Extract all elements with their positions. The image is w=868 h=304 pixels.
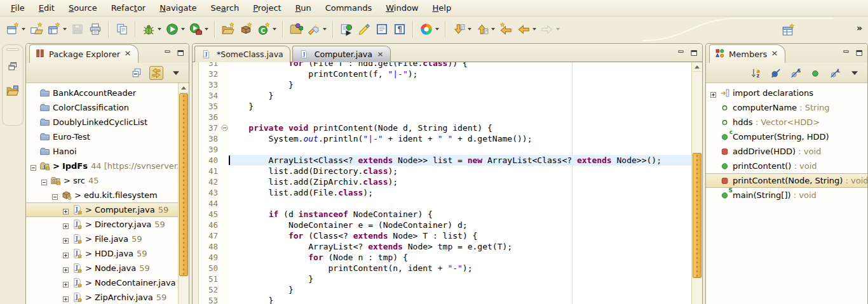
code-text[interactable]: for (Node n : tmp) { (229, 252, 691, 263)
code-line[interactable]: 50 printContent(n, ident + "-"); (193, 263, 691, 274)
code-line[interactable]: 31 for (File f : hdd.get(File.class)) { (193, 62, 691, 69)
view-tab-members[interactable]: Members (709, 44, 785, 63)
minus-expander-icon[interactable] (52, 192, 58, 198)
close-icon[interactable] (124, 50, 132, 59)
menu-commands[interactable]: Commands (318, 1, 379, 15)
tree-item[interactable]: J>HDD.java59 (26, 246, 178, 261)
code-line[interactable]: 45 if (d instanceof NodeContainer) { (193, 209, 691, 220)
code-text[interactable]: for (File f : hdd.get(File.class)) { (229, 62, 691, 69)
plus-expander-icon[interactable] (710, 90, 716, 96)
code-text[interactable]: ArrayList<? extends Node> tmp = e.get(T)… (229, 241, 691, 252)
code-text[interactable]: list.add(Directory.class); (229, 166, 691, 176)
dropdown-arrow-icon[interactable] (532, 28, 536, 30)
menu-refactor[interactable]: Refactor (104, 1, 153, 15)
code-text[interactable] (229, 112, 691, 122)
member-item[interactable]: Smain(String[]) : void (706, 188, 867, 202)
save-button[interactable] (69, 21, 86, 37)
dropdown-arrow-icon[interactable] (63, 28, 67, 30)
tree-item[interactable]: J>IpdFs44 [https://svnserver.i (26, 159, 178, 173)
minus-expander-icon[interactable] (41, 178, 47, 183)
hide-fields-button[interactable] (769, 66, 783, 80)
code-line[interactable]: 39 (193, 144, 691, 155)
code-line[interactable]: 46 NodeContainer e = (NodeContainer) d; (193, 220, 691, 230)
code-text[interactable]: NodeContainer e = (NodeContainer) d; (229, 220, 691, 230)
code-line[interactable]: 43 list.add(File.class); (193, 187, 691, 198)
tree-item[interactable]: J>NodeContainer.java59 (26, 275, 178, 290)
code-text[interactable]: } (229, 295, 691, 304)
view-menu-button[interactable] (169, 66, 183, 80)
collapse-all-button[interactable] (130, 66, 144, 80)
member-item[interactable]: computerName : String (706, 100, 867, 115)
sort-button[interactable]: az (749, 66, 763, 80)
plus-expander-icon[interactable] (63, 280, 69, 286)
menu-search[interactable]: Search (204, 1, 247, 15)
code-text[interactable]: } (229, 79, 691, 90)
member-item[interactable]: printContent(Node, String) : void (706, 173, 867, 188)
show-public-button[interactable] (808, 66, 822, 80)
code-text[interactable]: } (229, 274, 691, 284)
prev-annotation-button[interactable] (473, 21, 497, 37)
tree-item[interactable]: ColorClassification (26, 100, 178, 115)
code-line[interactable]: 47 for (Class<? extends Node> T : list) … (193, 230, 691, 241)
plus-expander-icon[interactable] (63, 221, 69, 227)
forward-button[interactable] (538, 21, 562, 37)
code-line[interactable]: 48 ArrayList<? extends Node> tmp = e.get… (193, 241, 691, 252)
code-line[interactable]: 51 } (193, 274, 691, 284)
menu-file[interactable]: File (4, 1, 32, 15)
plus-expander-icon[interactable] (63, 294, 69, 300)
menu-edit[interactable]: Edit (32, 1, 62, 15)
tree-item[interactable]: Euro-Test (26, 129, 178, 144)
maximize-button[interactable] (177, 48, 185, 60)
menu-help[interactable]: Help (426, 1, 459, 15)
code-text[interactable]: System.out.println("|-" + ident + " " + … (229, 133, 691, 144)
menu-window[interactable]: Window (379, 1, 425, 15)
maximize-button[interactable] (855, 48, 864, 60)
run-last-button[interactable] (337, 21, 355, 37)
hide-static-button[interactable]: S (789, 66, 803, 80)
scrollbar-thumb[interactable] (693, 153, 702, 278)
show-source-button[interactable] (373, 21, 391, 37)
code-line[interactable]: 41 list.add(Directory.class); (193, 166, 691, 176)
tree-item[interactable]: BankAccountReader (26, 86, 178, 100)
code-text[interactable]: if (d instanceof NodeContainer) { (229, 209, 691, 220)
code-line[interactable]: 40 ArrayList<Class<? extends Node>> list… (193, 155, 691, 166)
dropdown-arrow-icon[interactable] (556, 28, 560, 30)
code-text[interactable]: private void printContent(Node d, String… (229, 122, 691, 133)
code-line[interactable]: 34 } (193, 90, 691, 101)
close-icon[interactable] (771, 50, 778, 59)
code-text[interactable]: printContent(f, "|-"); (229, 69, 691, 79)
code-text[interactable]: } (229, 101, 691, 112)
tree-item[interactable]: J>Node.java59 (26, 261, 178, 275)
code-line[interactable]: 32 printContent(f, "|-"); (193, 69, 691, 79)
plus-expander-icon[interactable] (63, 251, 69, 256)
menu-run[interactable]: Run (288, 1, 318, 15)
minus-expander-icon[interactable] (31, 163, 36, 169)
new-class-button[interactable]: C (255, 21, 278, 37)
tree-item[interactable]: J>ZipArchiv.java59 (26, 290, 178, 304)
new-java-project-button[interactable] (219, 21, 237, 37)
dropdown-arrow-icon[interactable] (435, 28, 439, 30)
view-tab-package-explorer[interactable]: Package Explorer (29, 44, 139, 63)
code-text[interactable]: } (229, 284, 691, 295)
code-text[interactable]: } (229, 90, 691, 101)
new-view-button[interactable] (45, 21, 69, 37)
tree-item[interactable]: >src45 (26, 173, 178, 188)
member-item[interactable]: import declarations (706, 86, 867, 100)
tree-item[interactable]: J>File.java59 (26, 232, 178, 246)
show-whitespace-button[interactable]: ¶ (391, 21, 409, 37)
maximize-button[interactable] (690, 48, 698, 60)
open-java-perspective-icon[interactable] (6, 84, 20, 100)
dropdown-arrow-icon[interactable] (22, 28, 25, 30)
code-text[interactable]: list.add(File.class); (229, 187, 691, 198)
copy-view-button[interactable] (113, 21, 131, 37)
tree-item[interactable]: J>Computer.java59 (26, 202, 178, 217)
member-item[interactable]: printContent() : void (706, 159, 867, 173)
fold-collapse-icon[interactable] (220, 122, 229, 133)
code-line[interactable]: 53 } (193, 295, 691, 304)
tree-item[interactable]: Hanoi (26, 144, 178, 159)
editor-scrollbar[interactable] (691, 62, 702, 304)
code-line[interactable]: 42 list.add(ZipArchiv.class); (193, 176, 691, 187)
code-line[interactable]: 37 private void printContent(Node d, Str… (193, 122, 691, 133)
code-line[interactable]: 35 } (193, 101, 691, 112)
scroll-up-arrow[interactable] (179, 83, 189, 93)
